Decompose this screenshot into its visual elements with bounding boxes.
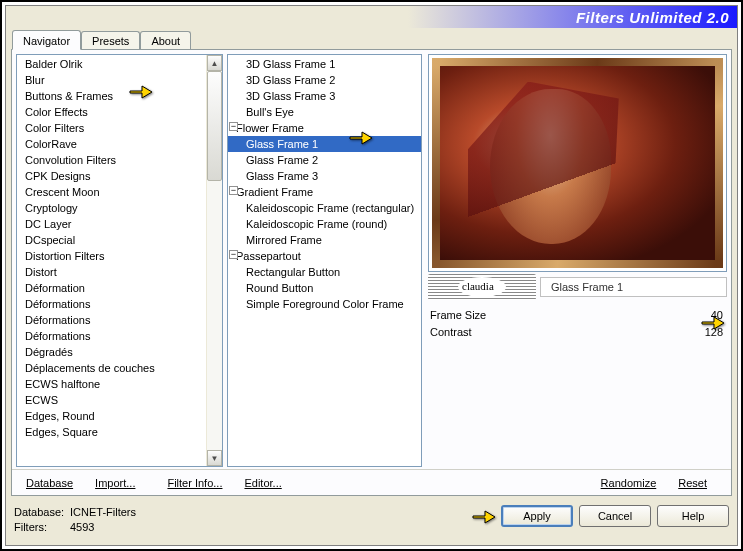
scroll-thumb[interactable] bbox=[207, 71, 222, 181]
list-item[interactable]: Déformations bbox=[17, 312, 206, 328]
list-item[interactable]: Color Effects bbox=[17, 104, 206, 120]
dialog: Filters Unlimited 2.0 Navigator Presets … bbox=[5, 5, 738, 546]
current-filter-name: Glass Frame 1 bbox=[540, 277, 727, 297]
list-item[interactable]: Kaleidoscopic Frame (rectangular) bbox=[228, 200, 421, 216]
tab-presets[interactable]: Presets bbox=[81, 31, 140, 49]
tree-toggle-icon[interactable]: − bbox=[229, 122, 238, 131]
list-item[interactable]: Déformations bbox=[17, 296, 206, 312]
list-item[interactable]: 3D Glass Frame 1 bbox=[228, 56, 421, 72]
list-item[interactable]: − Passepartout bbox=[228, 248, 421, 264]
meta-db-value: ICNET-Filters bbox=[70, 506, 136, 518]
help-button[interactable]: Help bbox=[657, 505, 729, 527]
tab-about[interactable]: About bbox=[140, 31, 191, 49]
list-item[interactable]: 3D Glass Frame 2 bbox=[228, 72, 421, 88]
category-list[interactable]: Balder OlrikBlurButtons & FramesColor Ef… bbox=[17, 55, 206, 466]
list-item[interactable]: Blur bbox=[17, 72, 206, 88]
list-item[interactable]: Convolution Filters bbox=[17, 152, 206, 168]
apply-button[interactable]: Apply bbox=[501, 505, 573, 527]
list-item[interactable]: Buttons & Frames bbox=[17, 88, 206, 104]
preview-box bbox=[428, 54, 727, 272]
list-item[interactable]: Balder Olrik bbox=[17, 56, 206, 72]
list-item[interactable]: Crescent Moon bbox=[17, 184, 206, 200]
list-item[interactable]: Round Button bbox=[228, 280, 421, 296]
list-item[interactable]: ColorRave bbox=[17, 136, 206, 152]
param-label: Contrast bbox=[430, 326, 693, 338]
list-item[interactable]: Glass Frame 3 bbox=[228, 168, 421, 184]
list-item[interactable]: DCspecial bbox=[17, 232, 206, 248]
author-logo: claudia bbox=[428, 274, 536, 300]
list-item[interactable]: ECWS bbox=[17, 392, 206, 408]
list-item[interactable]: Distort bbox=[17, 264, 206, 280]
main-columns: Balder OlrikBlurButtons & FramesColor Ef… bbox=[12, 50, 731, 469]
list-item[interactable]: Kaleidoscopic Frame (round) bbox=[228, 216, 421, 232]
cancel-button[interactable]: Cancel bbox=[579, 505, 651, 527]
list-item[interactable]: Déplacements de couches bbox=[17, 360, 206, 376]
tree-toggle-icon[interactable]: − bbox=[229, 186, 238, 195]
list-item[interactable]: CPK Designs bbox=[17, 168, 206, 184]
category-scrollbar[interactable]: ▲ ▼ bbox=[206, 55, 222, 466]
scroll-up-button[interactable]: ▲ bbox=[207, 55, 222, 71]
list-item[interactable]: Rectangular Button bbox=[228, 264, 421, 280]
list-item[interactable]: Déformation bbox=[17, 280, 206, 296]
meta-info: Database:ICNET-Filters Filters:4593 bbox=[14, 505, 495, 535]
list-item[interactable]: − Gradient Frame bbox=[228, 184, 421, 200]
parameter-list: Frame Size40Contrast128 bbox=[428, 306, 727, 340]
filter-list[interactable]: 3D Glass Frame 13D Glass Frame 23D Glass… bbox=[228, 55, 421, 466]
link-randomize[interactable]: Randomize bbox=[595, 477, 673, 489]
right-panel: claudia Glass Frame 1 Frame Size40Contra… bbox=[428, 54, 727, 467]
app-title: Filters Unlimited 2.0 bbox=[576, 9, 729, 26]
list-item[interactable]: Color Filters bbox=[17, 120, 206, 136]
list-item[interactable]: Bull's Eye bbox=[228, 104, 421, 120]
list-item[interactable]: 3D Glass Frame 3 bbox=[228, 88, 421, 104]
list-item[interactable]: Edges, Round bbox=[17, 408, 206, 424]
tree-toggle-icon[interactable]: − bbox=[229, 250, 238, 259]
list-item[interactable]: Dégradés bbox=[17, 344, 206, 360]
link-bar: Database Import... Filter Info... Editor… bbox=[12, 469, 731, 495]
meta-db-label: Database: bbox=[14, 505, 70, 520]
list-item[interactable]: Glass Frame 2 bbox=[228, 152, 421, 168]
scroll-down-button[interactable]: ▼ bbox=[207, 450, 222, 466]
list-item[interactable]: Mirrored Frame bbox=[228, 232, 421, 248]
list-item[interactable]: − Flower Frame bbox=[228, 120, 421, 136]
param-label: Frame Size bbox=[430, 309, 693, 321]
list-item[interactable]: Déformations bbox=[17, 328, 206, 344]
tab-navigator[interactable]: Navigator bbox=[12, 30, 81, 50]
tab-panel: Balder OlrikBlurButtons & FramesColor Ef… bbox=[11, 49, 732, 496]
preview-image bbox=[432, 58, 723, 268]
param-value: 128 bbox=[693, 326, 727, 338]
list-item[interactable]: Cryptology bbox=[17, 200, 206, 216]
link-reset[interactable]: Reset bbox=[672, 477, 723, 489]
link-import[interactable]: Import... bbox=[89, 477, 151, 489]
category-list-box: Balder OlrikBlurButtons & FramesColor Ef… bbox=[16, 54, 223, 467]
param-value: 40 bbox=[693, 309, 727, 321]
link-editor[interactable]: Editor... bbox=[238, 477, 297, 489]
filter-list-box: 3D Glass Frame 13D Glass Frame 23D Glass… bbox=[227, 54, 422, 467]
app-window: Filters Unlimited 2.0 Navigator Presets … bbox=[0, 0, 743, 551]
tab-strip: Navigator Presets About bbox=[6, 27, 737, 49]
param-row[interactable]: Contrast128 bbox=[428, 323, 727, 340]
title-bar: Filters Unlimited 2.0 bbox=[6, 6, 737, 28]
list-item[interactable]: ECWS halftone bbox=[17, 376, 206, 392]
list-item[interactable]: DC Layer bbox=[17, 216, 206, 232]
link-database[interactable]: Database bbox=[20, 477, 89, 489]
list-item[interactable]: Edges, Square bbox=[17, 424, 206, 440]
list-item[interactable]: Glass Frame 1 bbox=[228, 136, 421, 152]
param-row[interactable]: Frame Size40 bbox=[428, 306, 727, 323]
scroll-track[interactable] bbox=[207, 71, 222, 450]
meta-filters-value: 4593 bbox=[70, 521, 94, 533]
list-item[interactable]: Simple Foreground Color Frame bbox=[228, 296, 421, 312]
bottom-bar: Database:ICNET-Filters Filters:4593 Appl… bbox=[6, 501, 737, 545]
list-item[interactable]: Distortion Filters bbox=[17, 248, 206, 264]
filter-label-bar: claudia Glass Frame 1 bbox=[428, 274, 727, 300]
link-filter-info[interactable]: Filter Info... bbox=[161, 477, 238, 489]
meta-filters-label: Filters: bbox=[14, 520, 70, 535]
